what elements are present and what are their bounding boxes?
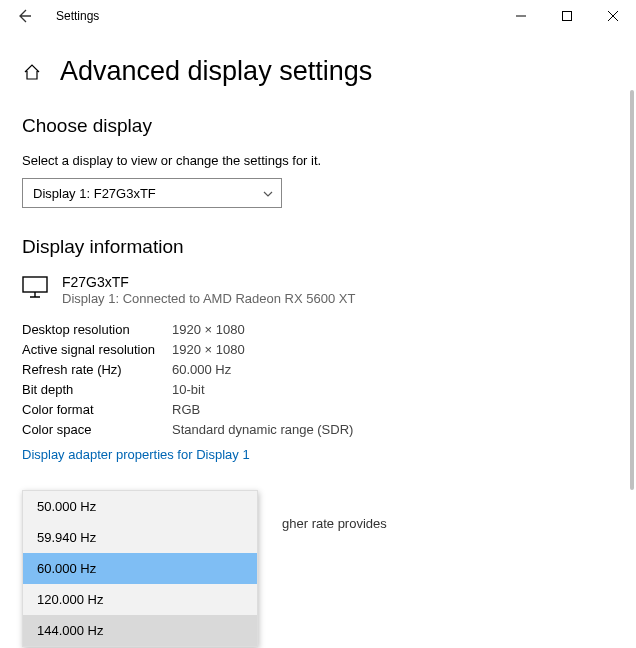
- display-information-heading: Display information: [22, 236, 614, 258]
- info-value: RGB: [172, 402, 614, 417]
- content: Advanced display settings Choose display…: [0, 32, 636, 531]
- refresh-rate-option[interactable]: 120.000 Hz: [23, 584, 257, 615]
- info-label: Bit depth: [22, 382, 172, 397]
- info-value: 60.000 Hz: [172, 362, 614, 377]
- info-label: Color format: [22, 402, 172, 417]
- back-button[interactable]: [8, 0, 40, 32]
- page-title: Advanced display settings: [60, 56, 372, 87]
- display-name: F27G3xTF: [62, 274, 355, 290]
- display-info-table: Desktop resolution1920 × 1080 Active sig…: [22, 322, 614, 437]
- minimize-icon: [516, 11, 526, 21]
- maximize-button[interactable]: [544, 0, 590, 32]
- display-connection: Display 1: Connected to AMD Radeon RX 56…: [62, 291, 355, 306]
- display-dropdown-value: Display 1: F27G3xTF: [33, 186, 156, 201]
- info-value: 1920 × 1080: [172, 322, 614, 337]
- window-title: Settings: [56, 9, 99, 23]
- svg-rect-0: [563, 12, 572, 21]
- svg-rect-1: [23, 277, 47, 292]
- home-button[interactable]: [22, 62, 42, 82]
- refresh-rate-option[interactable]: 144.000 Hz: [23, 615, 257, 646]
- display-dropdown[interactable]: Display 1: F27G3xTF: [22, 178, 282, 208]
- home-icon: [23, 63, 41, 81]
- refresh-rate-option[interactable]: 59.940 Hz: [23, 522, 257, 553]
- info-label: Active signal resolution: [22, 342, 172, 357]
- maximize-icon: [562, 11, 572, 21]
- titlebar: Settings: [0, 0, 636, 32]
- info-value: Standard dynamic range (SDR): [172, 422, 614, 437]
- chevron-down-icon: [263, 187, 273, 199]
- minimize-button[interactable]: [498, 0, 544, 32]
- window-controls: [498, 0, 636, 32]
- info-value: 10-bit: [172, 382, 614, 397]
- choose-display-section: Choose display Select a display to view …: [22, 115, 614, 208]
- page-header: Advanced display settings: [22, 56, 614, 87]
- info-label: Refresh rate (Hz): [22, 362, 172, 377]
- display-information-section: Display information F27G3xTF Display 1: …: [22, 236, 614, 462]
- close-button[interactable]: [590, 0, 636, 32]
- info-value: 1920 × 1080: [172, 342, 614, 357]
- refresh-rate-option[interactable]: 50.000 Hz: [23, 491, 257, 522]
- refresh-rate-dropdown-list[interactable]: 50.000 Hz 59.940 Hz 60.000 Hz 120.000 Hz…: [22, 490, 258, 647]
- info-label: Desktop resolution: [22, 322, 172, 337]
- arrow-left-icon: [16, 8, 32, 24]
- info-label: Color space: [22, 422, 172, 437]
- display-adapter-link[interactable]: Display adapter properties for Display 1: [22, 447, 614, 462]
- choose-display-heading: Choose display: [22, 115, 614, 137]
- refresh-rate-option[interactable]: 60.000 Hz: [23, 553, 257, 584]
- close-icon: [608, 11, 618, 21]
- monitor-icon: [22, 276, 48, 306]
- scrollbar[interactable]: [630, 90, 634, 490]
- choose-display-subtext: Select a display to view or change the s…: [22, 153, 614, 168]
